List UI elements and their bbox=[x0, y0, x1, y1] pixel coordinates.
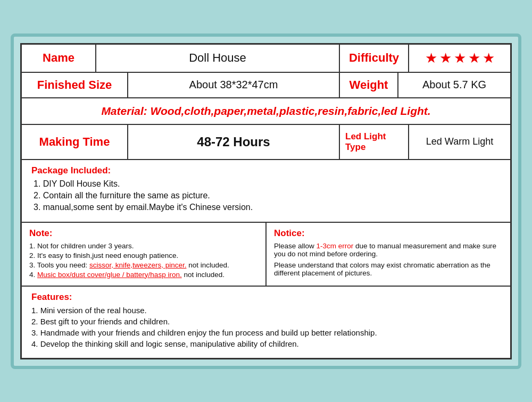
note-link-2: Music box/dust cover/glue / battery/hasp… bbox=[37, 271, 182, 279]
feature-item-3: 3. Handmade with your friends and childr… bbox=[31, 328, 501, 337]
feature-item-2: 2. Best gift to your friends and childre… bbox=[31, 317, 501, 326]
weight-label: Weight bbox=[340, 73, 398, 97]
col-notice: Notice: Please allow 1-3cm error due to … bbox=[267, 223, 510, 286]
notice-title: Notice: bbox=[274, 228, 503, 239]
col-note: Note: 1. Not for children under 3 years.… bbox=[22, 223, 267, 286]
note-item-2: 2. It's easy to finish,just need enough … bbox=[29, 252, 258, 259]
features-title: Features: bbox=[31, 292, 501, 303]
name-label: Name bbox=[22, 45, 96, 72]
row-material: Material: Wood,cloth,paper,metal,plastic… bbox=[22, 98, 510, 125]
inner-card: Name Doll House Difficulty ★ ★ ★ ★ ★ Fin… bbox=[20, 43, 512, 359]
notice-text-2: Please understand that colors may exist … bbox=[274, 261, 503, 277]
star-3: ★ bbox=[454, 50, 466, 66]
led-value: Led Warm Light bbox=[409, 125, 510, 159]
row-making: Making Time 48-72 Hours Led Light Type L… bbox=[22, 125, 510, 160]
note-link-1: scissor, knife,tweezers, pincer. bbox=[89, 261, 186, 269]
package-title: Package Included: bbox=[31, 165, 501, 176]
size-value: About 38*32*47cm bbox=[128, 73, 340, 97]
note-item-1: 1. Not for children under 3 years. bbox=[29, 242, 258, 250]
note-item-3: 3. Tools you need: scissor, knife,tweeze… bbox=[29, 261, 258, 269]
note-title: Note: bbox=[29, 228, 258, 239]
package-item-2: 2. Contain all the furniture the same as… bbox=[31, 191, 501, 200]
outer-border: Name Doll House Difficulty ★ ★ ★ ★ ★ Fin… bbox=[11, 34, 521, 369]
row-features: Features: 1. Mini version of the real ho… bbox=[22, 287, 510, 358]
package-item-3: 3. manual,some sent by email.Maybe it's … bbox=[31, 203, 501, 212]
star-1: ★ bbox=[425, 50, 437, 66]
feature-item-4: 4. Develop the thinking skill and logic … bbox=[31, 339, 501, 348]
row-name: Name Doll House Difficulty ★ ★ ★ ★ ★ bbox=[22, 45, 510, 73]
row-package: Package Included: 1. DIY Doll House Kits… bbox=[22, 160, 510, 223]
star-2: ★ bbox=[439, 50, 452, 66]
feature-item-1: 1. Mini version of the real house. bbox=[31, 306, 501, 315]
making-label: Making Time bbox=[22, 125, 128, 159]
difficulty-label: Difficulty bbox=[340, 45, 409, 72]
difficulty-stars: ★ ★ ★ ★ ★ bbox=[409, 45, 510, 72]
name-value: Doll House bbox=[96, 45, 340, 72]
note-item-4: 4. Music box/dust cover/glue / battery/h… bbox=[29, 271, 258, 279]
row-notes: Note: 1. Not for children under 3 years.… bbox=[22, 223, 510, 287]
size-label: Finished Size bbox=[22, 73, 128, 97]
led-label: Led Light Type bbox=[340, 125, 409, 159]
row-size: Finished Size About 38*32*47cm Weight Ab… bbox=[22, 73, 510, 98]
notice-text-1: Please allow 1-3cm error due to manual m… bbox=[274, 242, 503, 258]
notice-highlight: 1-3cm error bbox=[317, 242, 354, 250]
making-value: 48-72 Hours bbox=[128, 125, 340, 159]
weight-value: About 5.7 KG bbox=[398, 73, 510, 97]
package-item-1: 1. DIY Doll House Kits. bbox=[31, 179, 501, 189]
star-5: ★ bbox=[483, 50, 495, 66]
star-4: ★ bbox=[468, 50, 480, 66]
